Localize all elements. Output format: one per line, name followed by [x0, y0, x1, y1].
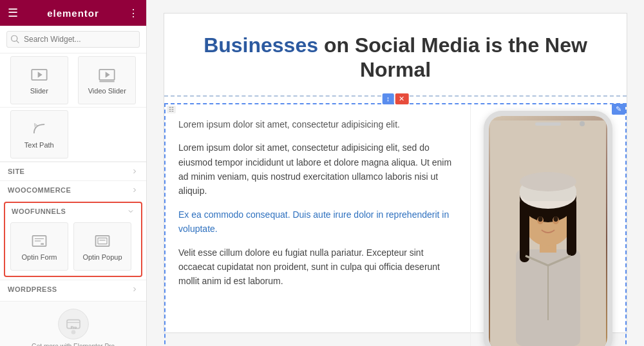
svg-marker-3 [106, 72, 110, 77]
phone-speaker [535, 122, 561, 126]
hamburger-menu-icon[interactable]: ☰ [8, 6, 18, 20]
svg-point-15 [58, 309, 88, 340]
text-path-icon: A [30, 120, 48, 138]
search-input[interactable] [6, 31, 140, 48]
pro-promo: Pro Get more with Elementor Pro [0, 301, 146, 346]
paragraph-1: Lorem ipsum dolor sit amet, consectetur … [178, 117, 457, 131]
optin-form-icon [30, 232, 48, 250]
section-woocommerce[interactable]: WOOCOMMERCE [0, 180, 146, 199]
svg-rect-11 [41, 244, 44, 245]
chevron-down-icon-woo [127, 207, 135, 215]
heading-blue-word: Businesses [204, 34, 318, 57]
optin-popup-icon [93, 232, 111, 250]
video-slider-widget[interactable]: Video Slider [78, 56, 136, 104]
woofunnels-widget-row: Optin Form Optin Popup [5, 220, 141, 276]
svg-rect-25 [520, 198, 529, 262]
section-wordpress[interactable]: WORDPRESS [0, 280, 146, 298]
main-canvas: Businesses on Social Media is the New No… [147, 0, 644, 346]
edit-column-btn[interactable]: ✎ [612, 104, 625, 115]
search-icon [11, 35, 19, 44]
svg-rect-26 [567, 198, 576, 256]
svg-marker-1 [37, 72, 42, 77]
col-ctrl-close-btn[interactable]: ✕ [395, 93, 408, 104]
heading-rest: on Social Media is the New Normal [318, 34, 587, 81]
paragraph-2: Lorem ipsum dolor sit amet, consectetur … [178, 140, 457, 198]
heading-section: Businesses on Social Media is the New No… [164, 14, 627, 97]
sidebar-header: ☰ elementor ⋮ [0, 0, 146, 26]
content-right-column [471, 104, 625, 346]
person-illustration [490, 120, 606, 346]
paragraph-3-link: Ex ea commodo consequat. Duis aute irure… [178, 207, 457, 236]
widget-panel-scroll: Slider Video Slider A Text Path SITE [0, 53, 146, 346]
phone-screen [489, 116, 607, 346]
svg-text:Pro: Pro [70, 325, 76, 329]
svg-point-32 [538, 216, 543, 222]
content-section: ☷ ✎ Lorem ipsum dolor sit amet, consecte… [164, 103, 627, 346]
svg-rect-13 [98, 238, 107, 244]
canvas-area: Businesses on Social Media is the New No… [147, 0, 644, 346]
chevron-right-icon [131, 168, 138, 175]
chevron-right-icon-wp [131, 285, 138, 293]
page-content: Businesses on Social Media is the New No… [164, 13, 627, 333]
text-path-widget[interactable]: A Text Path [10, 110, 68, 159]
phone-mockup [484, 111, 612, 346]
phone-camera [580, 121, 585, 126]
section-number-label: ☷ [167, 106, 176, 113]
woofunnels-header[interactable]: WOOFUNNELS [5, 203, 141, 220]
apps-grid-icon[interactable]: ⋮ [128, 7, 138, 19]
svg-point-33 [554, 216, 558, 222]
optin-form-widget[interactable]: Optin Form [10, 222, 68, 271]
woofunnels-section: WOOFUNNELS Optin Form [4, 202, 142, 277]
video-slider-icon [98, 66, 116, 84]
col-ctrl-move-btn[interactable]: ↕ [383, 93, 394, 104]
content-left-column: Lorem ipsum dolor sit amet, consectetur … [166, 104, 471, 346]
chevron-right-icon-woo [131, 186, 138, 194]
svg-text:A: A [32, 122, 39, 129]
svg-point-29 [520, 172, 576, 191]
page-heading: Businesses on Social Media is the New No… [190, 33, 601, 82]
column-controls: ↕ ✕ [383, 93, 409, 104]
elementor-logo: elementor [47, 8, 99, 19]
svg-point-18 [71, 330, 75, 334]
slider-icon [30, 66, 48, 84]
search-bar-container [0, 26, 146, 53]
section-site[interactable]: SITE [0, 162, 146, 180]
elementor-pro-icon: Pro [57, 308, 90, 340]
woofunnels-wrapper: WOOFUNNELS Optin Form [0, 202, 146, 277]
optin-popup-widget[interactable]: Optin Popup [73, 222, 131, 271]
paragraph-4: Velit esse cillum dolore eu fugiat nulla… [178, 245, 457, 289]
sidebar: ☰ elementor ⋮ Slider Video Slider [0, 0, 147, 346]
widget-row-sliders: Slider Video Slider [0, 53, 146, 108]
slider-widget[interactable]: Slider [10, 56, 68, 104]
widget-row-text-path: A Text Path [0, 108, 146, 162]
